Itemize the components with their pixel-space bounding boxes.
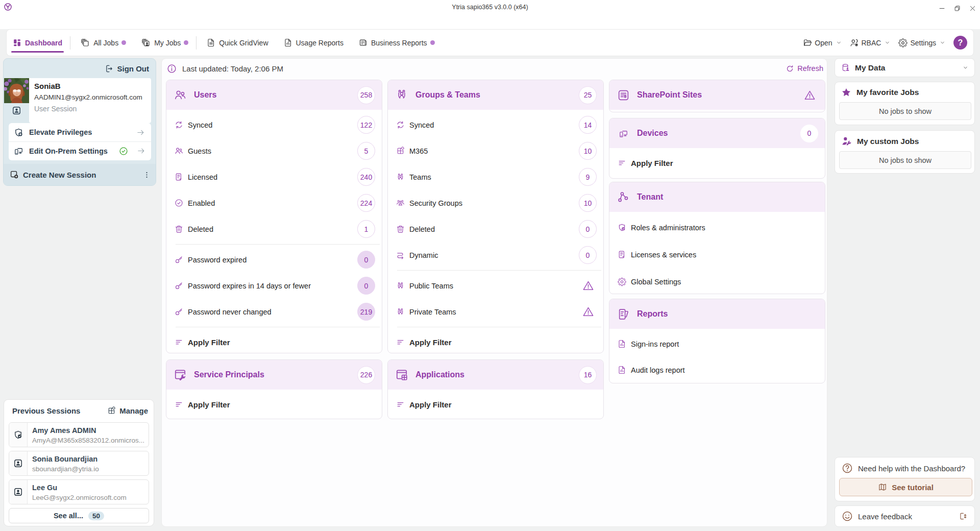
key-icon — [175, 255, 183, 264]
tab-all-jobs[interactable]: All Jobs — [80, 30, 127, 56]
card-title: Applications — [415, 370, 464, 379]
row-m365[interactable]: M36510 — [388, 138, 603, 164]
tab-usage-reports[interactable]: Usage Reports — [283, 30, 344, 56]
row-global-settings[interactable]: Global Settings — [609, 268, 825, 294]
row-teams[interactable]: Teams9 — [388, 164, 603, 190]
tab-dashboard[interactable]: Dashboard — [12, 30, 63, 56]
tab-business-reports[interactable]: Business Reports — [358, 30, 435, 56]
filter-icon — [396, 338, 405, 347]
tab-label: Usage Reports — [296, 39, 344, 47]
devices-icon — [14, 146, 23, 156]
row-dynamic[interactable]: Dynamic0 — [388, 242, 603, 268]
minimize-button[interactable] — [934, 0, 949, 16]
refresh-icon — [786, 65, 794, 73]
refresh-button[interactable]: Refresh — [786, 64, 823, 73]
row-password-expires-in-14-days-or-fewer[interactable]: Password expires in 14 days or fewer0 — [166, 273, 382, 299]
apply-filter-button[interactable]: Apply Filter — [166, 392, 382, 418]
manage-sessions-button[interactable]: Manage — [107, 406, 149, 415]
trash-icon — [175, 225, 183, 233]
row-sign-ins-report[interactable]: Sign-ins report — [609, 331, 825, 357]
chevron-down-icon — [885, 40, 890, 45]
help-button[interactable]: ? — [953, 36, 967, 50]
gear-icon — [618, 277, 626, 286]
session-name: Lee Gu — [32, 484, 127, 492]
edit-on-prem-settings-button[interactable]: Edit On-Prem Settings — [9, 141, 151, 160]
apply-filter-button[interactable]: Apply Filter — [166, 329, 382, 353]
row-label: Security Groups — [409, 199, 462, 207]
reports-card-header[interactable]: Reports — [609, 299, 825, 329]
question-circle-icon — [842, 463, 853, 474]
groups-card-header[interactable]: Groups & Teams25 — [388, 80, 603, 110]
elevate-privileges-button[interactable]: Elevate Privileges — [9, 123, 151, 141]
row-password-expired[interactable]: Password expired0 — [166, 247, 382, 273]
service-principals-card-header[interactable]: Service Principals226 — [166, 360, 382, 390]
row-password-never-changed[interactable]: Password never changed219 — [166, 299, 382, 325]
tenant-card-header[interactable]: Tenant — [609, 182, 825, 212]
apply-filter-label: Apply Filter — [631, 159, 673, 167]
chevron-down-icon[interactable] — [963, 65, 968, 70]
card-count-badge: 25 — [579, 86, 597, 104]
sign-out-button[interactable]: Sign Out — [4, 59, 156, 78]
row-guests[interactable]: Guests5 — [166, 138, 382, 164]
last-updated-text: Last updated: Today, 2:06 PM — [182, 64, 283, 73]
previous-session-item[interactable]: Sonia Bounardjiansbounardjian@ytria.io — [9, 451, 149, 476]
session-email: sbounardjian@ytria.io — [32, 465, 99, 473]
row-public-teams[interactable]: Public Teams — [388, 273, 603, 299]
teams-icon — [396, 171, 405, 183]
open-menu-button[interactable]: Open — [803, 38, 841, 47]
row-private-teams[interactable]: Private Teams — [388, 299, 603, 325]
see-tutorial-button[interactable]: See tutorial — [839, 478, 972, 496]
row-security-groups[interactable]: Security Groups10 — [388, 190, 603, 216]
window-title: Ytria sapio365 v3.0.0 (x64) — [0, 4, 980, 11]
service-principals-card: Service Principals226Apply Filter — [166, 359, 382, 419]
avatar[interactable] — [4, 78, 29, 103]
row-count-badge: 0 — [579, 246, 597, 264]
row-deleted[interactable]: Deleted1 — [166, 216, 382, 242]
previous-session-item[interactable]: Lee GuLeeG@sygx2.onmicrosoft.com — [9, 479, 149, 504]
rbac-menu-button[interactable]: RBAC — [850, 38, 891, 47]
custom-jobs-card: My custom Jobs No jobs to show — [835, 130, 975, 174]
map-icon — [878, 482, 887, 492]
devices-card-header[interactable]: Devices0 — [609, 118, 825, 148]
row-licenses-services[interactable]: Licenses & services — [609, 241, 825, 268]
row-enabled[interactable]: Enabled224 — [166, 190, 382, 216]
row-licensed[interactable]: Licensed240 — [166, 164, 382, 190]
custom-jobs-title: My custom Jobs — [857, 137, 919, 146]
cards-column-2: Groups & Teams25Synced14M36510Teams9Secu… — [387, 80, 604, 419]
restore-button[interactable] — [949, 0, 965, 16]
my-data-header[interactable]: My Data — [835, 58, 975, 77]
panel-expand-icon[interactable] — [959, 512, 968, 521]
row-label: Sign-ins report — [631, 340, 679, 348]
sharepoint-card-header[interactable]: SharePoint Sites — [609, 80, 825, 110]
row-audit-logs-report[interactable]: Audit logs report — [609, 357, 825, 383]
apply-filter-button[interactable]: Apply Filter — [388, 329, 603, 353]
apply-filter-label: Apply Filter — [409, 338, 452, 347]
tab-quick-gridview[interactable]: Quick GridView — [206, 30, 268, 56]
close-button[interactable] — [965, 0, 980, 16]
window-grid-icon — [395, 368, 408, 381]
apply-filter-button[interactable]: Apply Filter — [388, 392, 603, 418]
settings-menu-button[interactable]: Settings — [898, 38, 945, 47]
applications-card-header[interactable]: Applications16 — [388, 360, 603, 390]
apply-filter-button[interactable]: Apply Filter — [609, 150, 825, 176]
leave-feedback-card[interactable]: Leave feedback — [835, 505, 975, 527]
folder-open-icon — [803, 38, 812, 47]
row-roles-administrators[interactable]: Roles & administrators — [609, 214, 825, 241]
create-new-session-button[interactable]: Create New Session — [4, 164, 156, 185]
row-synced[interactable]: Synced14 — [388, 112, 603, 138]
teams-icon — [396, 280, 405, 292]
applications-card: Applications16Apply Filter — [387, 359, 604, 419]
users-card-header[interactable]: Users258 — [166, 80, 382, 110]
profile-card[interactable]: SoniaB AADMIN1@sygx2.onmicrosoft.com Use… — [29, 78, 151, 123]
previous-session-item[interactable]: Amy Ames ADMINAmyA@M365x85832012.onmicro… — [9, 422, 149, 447]
row-deleted[interactable]: Deleted0 — [388, 216, 603, 242]
kebab-menu-icon[interactable] — [143, 171, 151, 179]
tab-my-jobs[interactable]: My Jobs — [141, 30, 189, 56]
dynamic-icon — [396, 251, 405, 259]
person-badge-icon — [9, 480, 28, 504]
row-synced[interactable]: Synced122 — [166, 112, 382, 138]
document-chart-icon — [618, 340, 626, 348]
users-icon — [174, 89, 187, 101]
see-all-button[interactable]: See all... 50 — [9, 508, 149, 523]
row-label: Deleted — [188, 225, 213, 233]
